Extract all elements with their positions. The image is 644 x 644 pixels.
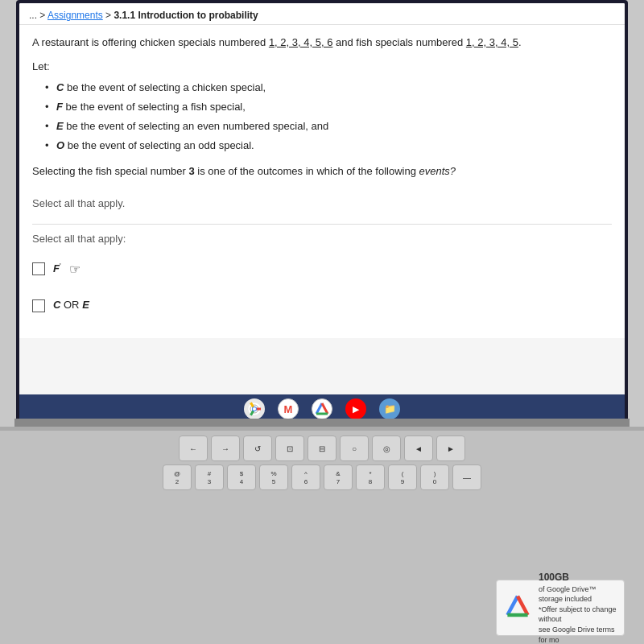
breadcrumb-ellipsis: ... [29, 10, 37, 21]
key-percent-5[interactable]: %5 [259, 464, 288, 490]
checkbox-f-prime[interactable] [32, 262, 45, 275]
key-brightnessdown[interactable]: ○ [340, 436, 369, 461]
bullet-item-o: O be the event of selecting an odd speci… [45, 138, 612, 155]
svg-line-11 [518, 597, 528, 615]
taskbar-icon-files[interactable]: 📁 [379, 398, 400, 419]
answer-option-c-or-e[interactable]: C OR E [32, 294, 612, 317]
breadcrumb-sep2: > [105, 10, 114, 21]
key-brightnessup[interactable]: ◎ [372, 436, 401, 461]
drive-size: 100GB [539, 571, 617, 584]
divider [32, 224, 612, 225]
key-caret-6[interactable]: ^6 [291, 464, 320, 490]
drive-line1: of Google Drive™ [539, 584, 617, 595]
drive-card: 100GB of Google Drive™ storage included … [496, 580, 625, 636]
screen-area: ... > Assignments > 3.1.1 Introduction t… [16, 0, 628, 427]
keyboard-area: 100GB of Google Drive™ storage included … [0, 431, 644, 644]
key-fullscreen[interactable]: ⊟ [308, 436, 336, 461]
drive-card-icon [503, 593, 532, 622]
taskbar-icon-gmail[interactable]: M [278, 398, 299, 419]
drive-line2: storage included [539, 594, 617, 605]
key-dollar-4[interactable]: $4 [227, 464, 256, 490]
key-screenshot[interactable]: ⊡ [275, 436, 304, 461]
cursor-icon: ☞ [69, 259, 80, 280]
option-label-c-or-e: C OR E [53, 297, 89, 314]
answer-option-f-prime[interactable]: F' ☞ [32, 256, 612, 283]
svg-line-7 [322, 403, 328, 414]
key-refresh[interactable]: ↺ [243, 436, 272, 461]
breadcrumb: ... > Assignments > 3.1.1 Introduction t… [19, 3, 625, 25]
drive-line4: see Google Drive terms for mo [539, 625, 617, 644]
key-star-8[interactable]: *8 [356, 464, 385, 490]
checkbox-c-or-e[interactable] [32, 299, 45, 312]
select-all-label-1: Select all that apply. [32, 192, 612, 216]
option-label-f-prime: F' [53, 260, 61, 278]
key-voldown[interactable]: ◄ [404, 436, 433, 461]
key-hash-3[interactable]: #3 [195, 464, 224, 490]
problem-statement: A restaurant is offering chicken special… [32, 35, 612, 51]
bullet-item-e: E be the event of selecting an even numb… [45, 118, 612, 135]
taskbar-icon-drive[interactable] [312, 398, 332, 419]
breadcrumb-current: 3.1.1 Introduction to probability [114, 10, 258, 21]
key-back[interactable]: ← [179, 436, 208, 461]
key-rparen-0[interactable]: )0 [420, 464, 449, 490]
screen-inner: ... > Assignments > 3.1.1 Introduction t… [19, 3, 625, 423]
bullet-item-c: C be the event of selecting a chicken sp… [45, 80, 612, 97]
key-lparen-9[interactable]: (9 [388, 464, 417, 490]
breadcrumb-sep1: > [39, 10, 47, 21]
laptop-body: ... > Assignments > 3.1.1 Introduction t… [0, 0, 644, 644]
svg-line-10 [507, 597, 518, 615]
drive-card-text: 100GB of Google Drive™ storage included … [539, 571, 617, 644]
taskbar-icon-chrome[interactable] [244, 398, 265, 419]
key-dash[interactable]: — [452, 464, 481, 490]
key-amp-7[interactable]: &7 [324, 464, 353, 490]
question-text: Selecting the fish special number 3 is o… [32, 163, 612, 180]
key-forward[interactable]: → [211, 436, 240, 461]
select-all-label-2: Select all that apply: [32, 231, 612, 248]
keyboard-row-2: @2 #3 $4 %5 ^6 &7 *8 (9 )0 — [0, 464, 644, 490]
breadcrumb-assignments[interactable]: Assignments [47, 10, 103, 21]
svg-line-6 [316, 403, 322, 414]
let-label: Let: [32, 59, 612, 76]
main-content: A restaurant is offering chicken special… [19, 25, 625, 338]
key-at-2[interactable]: @2 [163, 464, 192, 490]
content-area: ... > Assignments > 3.1.1 Introduction t… [19, 3, 625, 423]
taskbar-icon-youtube[interactable]: ▶ [345, 398, 366, 419]
keyboard-row-1: ← → ↺ ⊡ ⊟ ○ ◎ ◄ ► [0, 436, 644, 461]
svg-point-3 [253, 407, 256, 411]
drive-line3: *Offer subject to change without [539, 605, 617, 625]
bullet-item-f: F be the event of selecting a fish speci… [45, 99, 612, 116]
bullet-list: C be the event of selecting a chicken sp… [32, 80, 612, 154]
key-volup[interactable]: ► [436, 436, 465, 461]
